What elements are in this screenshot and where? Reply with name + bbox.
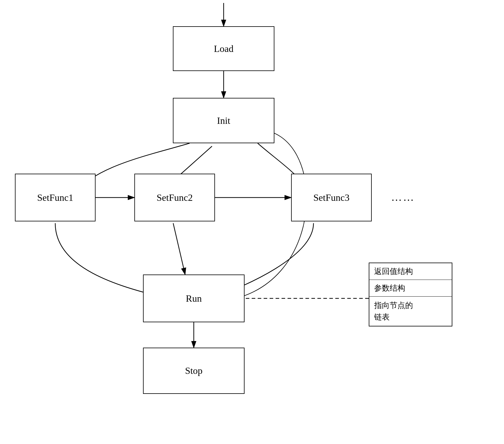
legend-box: 返回值结构 参数结构 指向节点的链表 <box>369 263 452 326</box>
node-stop: Stop <box>143 348 245 394</box>
diagram: Load Init SetFunc1 SetFunc2 SetFunc3 …… … <box>0 0 504 444</box>
node-setfunc1: SetFunc1 <box>15 174 96 221</box>
legend-row-1: 返回值结构 <box>369 263 452 280</box>
node-setfunc3: SetFunc3 <box>291 174 372 221</box>
node-init: Init <box>173 98 274 143</box>
node-setfunc2: SetFunc2 <box>134 174 215 221</box>
legend-row-3: 指向节点的链表 <box>369 297 452 326</box>
legend-row-2: 参数结构 <box>369 280 452 297</box>
svg-line-7 <box>173 223 185 275</box>
node-run: Run <box>143 275 245 322</box>
node-load: Load <box>173 26 274 71</box>
ellipsis: …… <box>391 191 415 204</box>
